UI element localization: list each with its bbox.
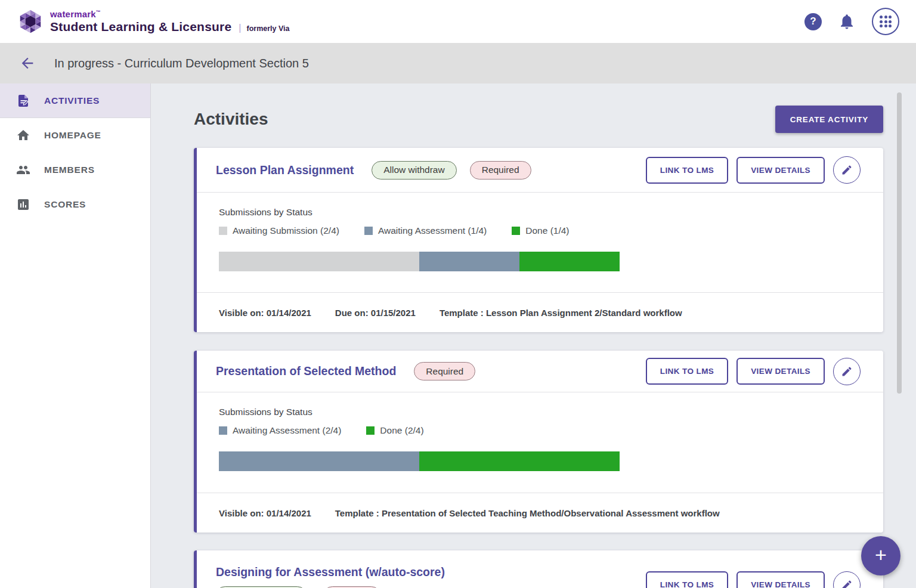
activity-title[interactable]: Presentation of Selected Method [216,364,396,378]
edit-activity-button[interactable] [833,358,861,385]
page-title: Activities [194,110,268,129]
card-footer: Visible on: 01/14/2021 Template : Presen… [194,493,883,533]
sidebar-item-label: SCORES [44,199,86,210]
bar-segment-awaiting-submission [219,252,419,271]
template-text: Template : Presentation of Selected Teac… [335,508,720,518]
status-legend: Awaiting Assessment (2/4) Done (2/4) [219,425,861,436]
bar-segment-done [519,252,620,271]
legend-item: Done (1/4) [512,225,569,236]
pencil-icon [841,366,853,377]
card-body: Submissions by Status Awaiting Submissio… [194,193,883,292]
people-icon [16,163,30,177]
status-legend: Awaiting Submission (2/4) Awaiting Asses… [219,225,861,236]
view-details-button[interactable]: VIEW DETAILS [736,358,825,385]
activity-title[interactable]: Designing for Assessment (w/auto-score) [216,565,445,579]
legend-swatch [366,426,375,435]
product-tagline: formerly Via [246,24,289,33]
legend-swatch [512,227,520,235]
watermark-hex-logo-icon [17,8,44,35]
legend-label: Awaiting Assessment (2/4) [233,425,341,436]
legend-swatch [219,426,227,435]
card-accent-stripe [194,550,197,588]
trademark-symbol: ™ [96,10,101,15]
link-to-lms-button[interactable]: LINK TO LMS [646,571,728,588]
home-icon [16,128,30,143]
activity-card-designing: Designing for Assessment (w/auto-score) … [194,550,883,588]
product-name: Student Learning & Licensure [50,20,231,34]
create-activity-button[interactable]: CREATE ACTIVITY [775,106,883,133]
brand-name: watermark™ [50,9,290,19]
back-arrow-icon[interactable] [19,55,36,72]
legend-label: Done (2/4) [380,425,423,436]
main-content: Activities CREATE ACTIVITY Lesson Plan A… [151,83,916,588]
sidebar-item-activities[interactable]: ACTIVITIES [0,83,150,118]
chart-heading: Submissions by Status [219,207,861,218]
required-badge: Required [414,362,475,380]
allow-withdraw-badge: Allow withdraw [372,161,457,180]
card-footer: Visible on: 01/14/2021 Due on: 01/15/202… [194,292,883,332]
activity-card-lesson-plan: Lesson Plan Assignment Allow withdraw Re… [194,148,883,332]
document-edit-icon [16,94,30,108]
app-header: watermark™ Student Learning & Licensure … [0,0,916,43]
header-icon-group: ? [804,8,899,35]
legend-label: Awaiting Submission (2/4) [233,225,339,236]
sidebar-item-label: HOMEPAGE [44,130,101,141]
pencil-icon [841,579,853,588]
apps-grid-dots [880,16,892,27]
edit-activity-button[interactable] [833,156,861,184]
due-on-text: Due on: 01/15/2021 [335,308,416,318]
badge-green-partial [216,586,307,588]
scrollbar-thumb[interactable] [897,92,902,394]
sidebar-item-scores[interactable]: SCORES [0,187,150,222]
badge-pink-partial [323,586,380,588]
link-to-lms-button[interactable]: LINK TO LMS [646,157,728,184]
card-accent-stripe [194,148,197,332]
link-to-lms-button[interactable]: LINK TO LMS [646,358,728,385]
watermark-logo[interactable]: watermark™ Student Learning & Licensure … [17,8,290,35]
sidebar-item-homepage[interactable]: HOMEPAGE [0,118,150,153]
sidebar-item-label: MEMBERS [44,165,95,175]
brand-divider: | [239,23,241,33]
bar-segment-awaiting-assessment [419,252,519,271]
card-body: Submissions by Status Awaiting Assessmen… [194,392,883,493]
card-header: Presentation of Selected Method Required… [194,351,883,392]
bar-segment-done [419,451,620,471]
view-details-button[interactable]: VIEW DETAILS [736,157,825,184]
legend-item: Awaiting Submission (2/4) [219,225,339,236]
card-header: Lesson Plan Assignment Allow withdraw Re… [194,148,883,193]
chart-heading: Submissions by Status [219,407,861,417]
legend-swatch [364,227,373,235]
apps-grid-icon[interactable] [872,8,899,35]
card-header: Designing for Assessment (w/auto-score) … [194,550,883,588]
view-details-button[interactable]: VIEW DETAILS [736,571,825,588]
legend-item: Awaiting Assessment (2/4) [219,425,341,436]
legend-item: Awaiting Assessment (1/4) [364,225,487,236]
visible-on-text: Visible on: 01/14/2021 [219,508,311,518]
add-activity-fab[interactable]: + [861,536,900,575]
visible-on-text: Visible on: 01/14/2021 [219,308,311,318]
bar-chart-icon [16,197,30,212]
activity-title[interactable]: Lesson Plan Assignment [216,163,354,177]
plus-icon: + [875,543,887,567]
card-accent-stripe [194,351,197,533]
edit-activity-button[interactable] [833,571,861,588]
template-text: Template : Lesson Plan Assignment 2/Stan… [440,308,682,318]
legend-item: Done (2/4) [366,425,423,436]
help-icon[interactable]: ? [804,13,822,30]
breadcrumb: In progress - Curriculum Development Sec… [0,43,916,83]
bar-segment-awaiting-assessment [219,451,419,471]
status-bar [219,451,620,471]
bell-icon[interactable] [838,13,856,30]
activity-card-presentation: Presentation of Selected Method Required… [194,351,883,533]
legend-label: Awaiting Assessment (1/4) [378,225,487,236]
breadcrumb-title: In progress - Curriculum Development Sec… [54,57,309,70]
status-bar [219,252,620,271]
sidebar-item-label: ACTIVITIES [44,95,100,106]
required-badge: Required [470,161,531,180]
legend-swatch [219,227,227,235]
brand-text: watermark™ Student Learning & Licensure … [50,9,290,33]
sidebar: ACTIVITIES HOMEPAGE MEMBERS SCORES [0,83,151,588]
legend-label: Done (1/4) [525,225,569,236]
sidebar-item-members[interactable]: MEMBERS [0,153,150,187]
pencil-icon [841,164,853,176]
